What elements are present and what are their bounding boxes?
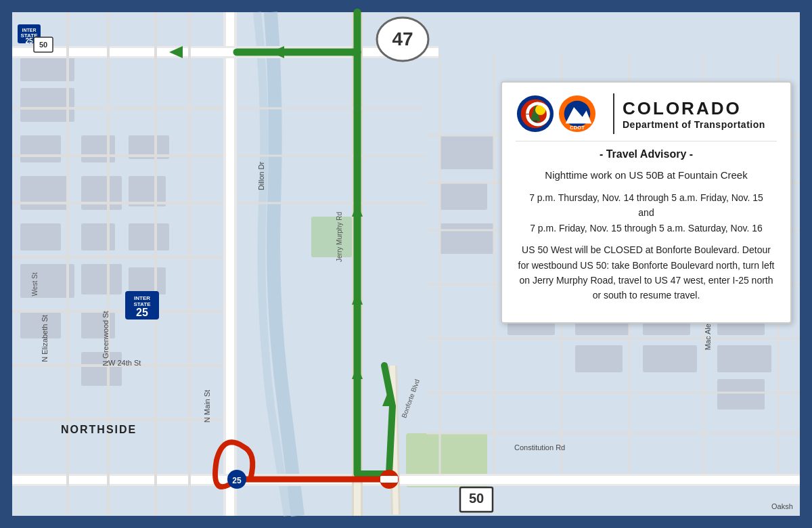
svg-rect-20 [440, 135, 494, 169]
svg-text:25: 25 [25, 37, 33, 45]
svg-text:INTER: INTER [22, 28, 37, 32]
svg-text:Oaksh: Oaksh [771, 502, 793, 510]
org-text: COLORADO Department of Transportation [623, 98, 765, 130]
svg-rect-9 [81, 176, 122, 210]
svg-text:West St: West St [31, 272, 39, 296]
svg-rect-91 [380, 476, 398, 483]
svg-text:Jerry Murphy Rd: Jerry Murphy Rd [336, 212, 343, 262]
svg-rect-16 [129, 223, 169, 250]
svg-text:Constitution Rd: Constitution Rd [514, 443, 565, 452]
svg-rect-17 [129, 267, 166, 294]
main-notice: Nighttime work on US 50B at Fountain Cre… [516, 167, 777, 183]
svg-text:25: 25 [232, 476, 242, 485]
schedule-line1: 7 p.m. Thursday, Nov. 14 through 5 a.m. … [516, 190, 777, 236]
svg-text:N Main St: N Main St [203, 390, 211, 422]
svg-text:Dillon Dr: Dillon Dr [257, 162, 265, 191]
svg-rect-18 [311, 217, 352, 257]
map-container: INTER STATE 25 50 47 INTER STATE 25 50 2… [0, 0, 812, 528]
colorado-logo [516, 94, 555, 133]
svg-text:N Greenwood St: N Greenwood St [102, 311, 110, 366]
cdot-logo: CDOT [558, 94, 597, 133]
panel-header: CDOT COLORADO Department of Transportati… [516, 93, 777, 141]
svg-rect-52 [12, 48, 438, 56]
svg-text:50: 50 [39, 41, 47, 49]
svg-text:INTER: INTER [134, 295, 150, 301]
advisory-body: Nighttime work on US 50B at Fountain Cre… [516, 167, 777, 303]
svg-rect-46 [717, 379, 765, 410]
svg-rect-33 [575, 345, 623, 372]
svg-text:CDOT: CDOT [570, 125, 585, 131]
svg-text:47: 47 [392, 28, 413, 49]
svg-text:NORTHSIDE: NORTHSIDE [61, 424, 137, 435]
svg-rect-39 [643, 345, 697, 372]
svg-rect-21 [440, 183, 487, 210]
svg-text:50: 50 [469, 491, 484, 506]
advisory-title: - Travel Advisory - [516, 148, 777, 160]
schedule-text-2: 7 p.m. Friday, Nov. 15 through 5 a.m. Sa… [530, 223, 763, 234]
info-panel: CDOT COLORADO Department of Transportati… [501, 81, 792, 324]
schedule-text-1: 7 p.m. Thursday, Nov. 14 through 5 a.m. … [529, 192, 763, 203]
svg-rect-5 [20, 223, 61, 250]
svg-rect-8 [81, 135, 115, 162]
svg-rect-4 [20, 176, 68, 210]
svg-text:N Elizabeth St: N Elizabeth St [41, 315, 49, 362]
svg-text:W 24th St: W 24th St [108, 359, 141, 367]
svg-rect-22 [440, 223, 494, 254]
svg-rect-11 [81, 264, 122, 294]
svg-rect-10 [81, 223, 115, 250]
org-name: COLORADO [623, 98, 765, 119]
svg-rect-50 [12, 476, 800, 484]
svg-rect-3 [20, 135, 61, 162]
logo-group: CDOT [516, 94, 597, 133]
divider-line [613, 93, 614, 134]
detour-info: US 50 West will be CLOSED at Bonforte Bo… [516, 242, 777, 303]
org-dept: Department of Transportation [623, 119, 765, 130]
svg-text:25: 25 [136, 307, 148, 318]
svg-rect-12 [81, 311, 115, 338]
schedule-and: and [638, 207, 654, 218]
svg-rect-45 [717, 345, 771, 372]
